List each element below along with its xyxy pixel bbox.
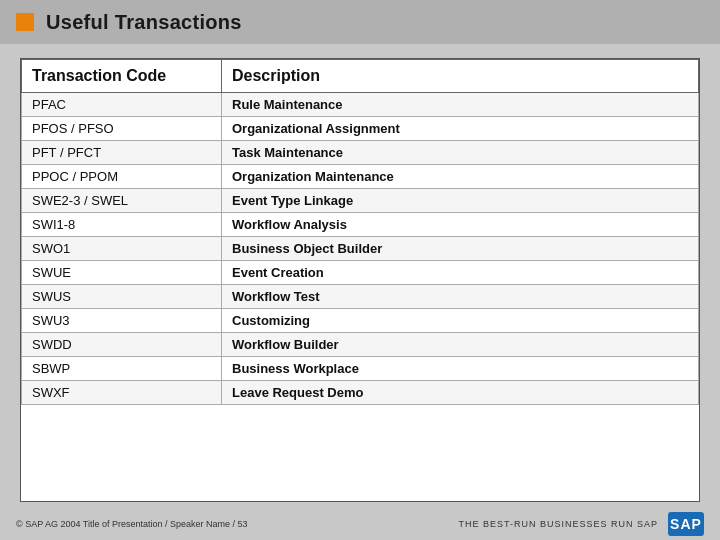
col-header-description: Description bbox=[222, 60, 699, 93]
cell-code: SWXF bbox=[22, 381, 222, 405]
cell-description: Workflow Analysis bbox=[222, 213, 699, 237]
table-row: PPOC / PPOMOrganization Maintenance bbox=[22, 165, 699, 189]
cell-code: SWUE bbox=[22, 261, 222, 285]
footer-right: THE BEST-RUN BUSINESSES RUN SAP SAP bbox=[458, 512, 704, 536]
cell-code: SBWP bbox=[22, 357, 222, 381]
cell-code: SWDD bbox=[22, 333, 222, 357]
table-row: SWU3Customizing bbox=[22, 309, 699, 333]
cell-description: Organization Maintenance bbox=[222, 165, 699, 189]
transactions-table: Transaction Code Description PFACRule Ma… bbox=[21, 59, 699, 405]
table-row: SWUEEvent Creation bbox=[22, 261, 699, 285]
table-row: SWO1Business Object Builder bbox=[22, 237, 699, 261]
header-accent-block bbox=[16, 13, 34, 31]
table-row: SWXFLeave Request Demo bbox=[22, 381, 699, 405]
footer: © SAP AG 2004 Title of Presentation / Sp… bbox=[0, 508, 720, 540]
header: Useful Transactions bbox=[0, 0, 720, 44]
cell-description: Leave Request Demo bbox=[222, 381, 699, 405]
cell-code: SWU3 bbox=[22, 309, 222, 333]
sap-logo: SAP bbox=[668, 512, 704, 536]
footer-copyright: © SAP AG 2004 Title of Presentation / Sp… bbox=[16, 519, 248, 529]
cell-description: Task Maintenance bbox=[222, 141, 699, 165]
table-row: SWE2-3 / SWELEvent Type Linkage bbox=[22, 189, 699, 213]
cell-description: Business Object Builder bbox=[222, 237, 699, 261]
cell-description: Business Workplace bbox=[222, 357, 699, 381]
table-row: PFACRule Maintenance bbox=[22, 93, 699, 117]
cell-description: Workflow Test bbox=[222, 285, 699, 309]
transactions-table-wrapper: Transaction Code Description PFACRule Ma… bbox=[20, 58, 700, 502]
table-row: SWI1-8Workflow Analysis bbox=[22, 213, 699, 237]
table-header-row: Transaction Code Description bbox=[22, 60, 699, 93]
cell-description: Workflow Builder bbox=[222, 333, 699, 357]
col-header-code: Transaction Code bbox=[22, 60, 222, 93]
cell-description: Organizational Assignment bbox=[222, 117, 699, 141]
page-container: Useful Transactions Transaction Code Des… bbox=[0, 0, 720, 540]
cell-code: PPOC / PPOM bbox=[22, 165, 222, 189]
footer-tagline: THE BEST-RUN BUSINESSES RUN SAP bbox=[458, 519, 658, 529]
page-title: Useful Transactions bbox=[46, 11, 242, 34]
cell-code: PFOS / PFSO bbox=[22, 117, 222, 141]
table-row: PFT / PFCTTask Maintenance bbox=[22, 141, 699, 165]
cell-description: Customizing bbox=[222, 309, 699, 333]
cell-code: SWI1-8 bbox=[22, 213, 222, 237]
cell-description: Event Type Linkage bbox=[222, 189, 699, 213]
cell-description: Event Creation bbox=[222, 261, 699, 285]
cell-code: SWE2-3 / SWEL bbox=[22, 189, 222, 213]
cell-code: PFAC bbox=[22, 93, 222, 117]
table-row: PFOS / PFSOOrganizational Assignment bbox=[22, 117, 699, 141]
table-row: SWUSWorkflow Test bbox=[22, 285, 699, 309]
table-row: SWDDWorkflow Builder bbox=[22, 333, 699, 357]
cell-description: Rule Maintenance bbox=[222, 93, 699, 117]
cell-code: PFT / PFCT bbox=[22, 141, 222, 165]
cell-code: SWUS bbox=[22, 285, 222, 309]
content-area: Transaction Code Description PFACRule Ma… bbox=[0, 44, 720, 508]
cell-code: SWO1 bbox=[22, 237, 222, 261]
table-row: SBWPBusiness Workplace bbox=[22, 357, 699, 381]
